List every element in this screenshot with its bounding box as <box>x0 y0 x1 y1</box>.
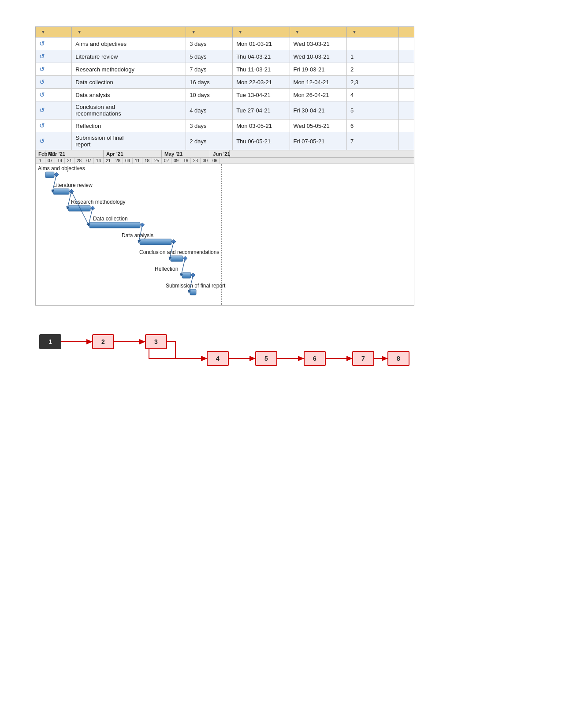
task-start: Mon 01-03-21 <box>233 37 290 50</box>
table-row: ↺Aims and objectives3 daysMon 01-03-21We… <box>36 37 414 50</box>
gantt-bar <box>171 256 183 261</box>
gantt-month-label: Jun '21 <box>210 150 230 157</box>
gantt-bar <box>53 189 69 194</box>
task-start: Mon 03-05-21 <box>233 119 290 132</box>
gantt-week-headers: 1071421280714212804111825020916233006 <box>36 158 414 164</box>
task-duration: 10 days <box>186 89 233 101</box>
task-start: Tue 27-04-21 <box>233 101 290 119</box>
sort-icon: ▼ <box>238 30 242 34</box>
network-diagram: 12345678 <box>35 321 414 379</box>
gantt-task-label: Submission of final report <box>166 283 226 289</box>
task-start: Mon 22-03-21 <box>233 76 290 89</box>
col-header-r[interactable] <box>398 27 414 37</box>
task-duration: 4 days <box>186 101 233 119</box>
gantt-task-label: Aims and objectives <box>38 165 85 172</box>
col-header-task-name[interactable]: ▼ <box>72 27 186 37</box>
task-duration: 3 days <box>186 37 233 50</box>
gantt-month-headers: Feb '21Mar '21Apr '21May '21Jun '21 <box>36 150 414 158</box>
task-finish: Fri 07-05-21 <box>290 132 346 150</box>
gantt-bar <box>182 273 191 278</box>
gantt-bar <box>89 222 140 228</box>
table-row: ↺Reflection3 daysMon 03-05-21Wed 05-05-2… <box>36 119 414 132</box>
gantt-task-label: Literature review <box>53 182 93 188</box>
gantt-week-label: 04 <box>123 158 133 164</box>
task-r <box>398 37 414 50</box>
gantt-bar <box>140 239 171 245</box>
task-name: Submission of finalreport <box>72 132 186 150</box>
task-finish: Fri 19-03-21 <box>290 63 346 76</box>
task-start: Thu 06-05-21 <box>233 132 290 150</box>
network-node-label: 2 <box>101 338 105 345</box>
task-r <box>398 101 414 119</box>
task-name: Data collection <box>72 76 186 89</box>
network-node-label: 8 <box>397 355 400 362</box>
gantt-week-label: 1 <box>36 158 45 164</box>
task-pred: 4 <box>347 89 399 101</box>
gantt-svg: Aims and objectivesLiterature reviewRese… <box>36 164 414 305</box>
gantt-week-label: 07 <box>45 158 55 164</box>
task-pred: 7 <box>347 132 399 150</box>
task-name: Literature review <box>72 50 186 63</box>
task-mode-icon: ↺ <box>39 65 45 73</box>
task-r <box>398 76 414 89</box>
task-name: Research methodology <box>72 63 186 76</box>
task-r <box>398 89 414 101</box>
task-r <box>398 119 414 132</box>
col-header-task-mode[interactable]: ▼ <box>36 27 72 37</box>
gantt-task-label: Data collection <box>93 216 128 222</box>
task-duration: 7 days <box>186 63 233 76</box>
gantt-week-label: 23 <box>191 158 201 164</box>
gantt-task-label: Reflection <box>155 266 178 272</box>
task-mode-icon: ↺ <box>39 78 45 86</box>
task-pred: 6 <box>347 119 399 132</box>
task-duration: 2 days <box>186 132 233 150</box>
table-row: ↺Research methodology7 daysThu 11-03-21F… <box>36 63 414 76</box>
task-start: Tue 13-04-21 <box>233 89 290 101</box>
sort-icon: ▼ <box>41 30 45 34</box>
gantt-body: Aims and objectivesLiterature reviewRese… <box>36 164 414 305</box>
gantt-chart: Feb '21Mar '21Apr '21May '21Jun '21 1071… <box>35 150 414 306</box>
task-pred: 2 <box>347 63 399 76</box>
gantt-month-label: Apr '21 <box>104 150 162 157</box>
table-row: ↺Submission of finalreport2 daysThu 06-0… <box>36 132 414 150</box>
gantt-week-label: 02 <box>162 158 171 164</box>
task-mode-icon: ↺ <box>39 106 45 114</box>
task-duration: 3 days <box>186 119 233 132</box>
gantt-week-label: 28 <box>113 158 123 164</box>
network-node-label: 6 <box>313 355 316 362</box>
task-finish: Wed 03-03-21 <box>290 37 346 50</box>
network-node-label: 1 <box>48 338 52 345</box>
gantt-week-label: 16 <box>181 158 191 164</box>
col-header-predecessors[interactable]: ▼ <box>347 27 399 37</box>
gantt-bar <box>190 289 196 295</box>
gantt-week-label: 14 <box>94 158 104 164</box>
network-edge <box>167 342 207 358</box>
task-pred: 5 <box>347 101 399 119</box>
task-duration: 5 days <box>186 50 233 63</box>
project-table: ▼ ▼ ▼ ▼ <box>35 26 414 150</box>
col-header-start[interactable]: ▼ <box>233 27 290 37</box>
task-duration: 16 days <box>186 76 233 89</box>
task-start: Thu 04-03-21 <box>233 50 290 63</box>
network-node-label: 3 <box>154 338 158 345</box>
gantt-week-label: 25 <box>152 158 162 164</box>
table-row: ↺Literature review5 daysThu 04-03-21Wed … <box>36 50 414 63</box>
gantt-task-label: Research methodology <box>71 199 125 205</box>
col-header-duration[interactable]: ▼ <box>186 27 233 37</box>
task-name: Aims and objectives <box>72 37 186 50</box>
task-mode-icon: ↺ <box>39 91 45 99</box>
gantt-week-label: 09 <box>171 158 181 164</box>
sort-icon: ▼ <box>352 30 357 34</box>
task-mode-icon: ↺ <box>39 122 45 130</box>
gantt-week-label: 21 <box>65 158 74 164</box>
network-node-label: 4 <box>216 355 220 362</box>
table-row: ↺Data collection16 daysMon 22-03-21Mon 1… <box>36 76 414 89</box>
task-finish: Fri 30-04-21 <box>290 101 346 119</box>
task-mode-icon: ↺ <box>39 52 45 60</box>
col-header-finish[interactable]: ▼ <box>290 27 346 37</box>
gantt-week-label: 18 <box>142 158 152 164</box>
task-name: Conclusion andrecommendations <box>72 101 186 119</box>
gantt-task-label: Conclusion and recommendations <box>139 249 219 255</box>
table-row: ↺Data analysis10 daysTue 13-04-21Mon 26-… <box>36 89 414 101</box>
network-node-label: 7 <box>361 355 365 362</box>
